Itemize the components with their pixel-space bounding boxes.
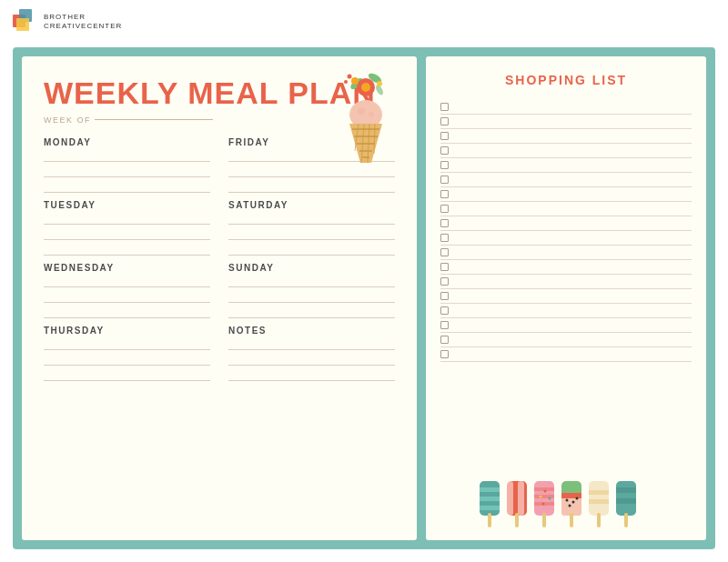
saturday-label: SATURDAY bbox=[228, 200, 395, 210]
notes-section: NOTES bbox=[228, 326, 395, 381]
svg-point-8 bbox=[351, 77, 359, 85]
list-item bbox=[440, 187, 692, 202]
list-item bbox=[440, 144, 692, 158]
logo: BROTHER CREATIVECENTER bbox=[13, 9, 122, 35]
list-item bbox=[440, 216, 692, 231]
checkbox[interactable] bbox=[440, 190, 449, 198]
brand-label: BROTHER bbox=[44, 13, 122, 22]
svg-rect-54 bbox=[624, 513, 628, 527]
svg-point-42 bbox=[566, 499, 569, 502]
day-sunday: SUNDAY bbox=[228, 263, 395, 318]
shopping-panel: SHOPPING LIST bbox=[426, 56, 706, 540]
svg-rect-36 bbox=[534, 495, 554, 498]
right-days: FRIDAY SATURDAY SUNDAY bbox=[228, 137, 395, 388]
list-item bbox=[440, 246, 692, 260]
list-item bbox=[440, 158, 692, 173]
svg-rect-29 bbox=[488, 513, 491, 527]
svg-point-55 bbox=[544, 490, 547, 493]
sunday-label: SUNDAY bbox=[228, 263, 395, 273]
svg-point-43 bbox=[572, 501, 575, 504]
svg-point-58 bbox=[542, 503, 545, 506]
svg-rect-47 bbox=[589, 481, 609, 516]
shopping-items-list bbox=[440, 100, 692, 477]
day-wednesday: WEDNESDAY bbox=[44, 263, 210, 318]
list-item bbox=[440, 202, 692, 216]
notes-label: NOTES bbox=[228, 326, 395, 336]
checkbox[interactable] bbox=[440, 277, 449, 286]
svg-rect-38 bbox=[542, 513, 546, 527]
checkbox[interactable] bbox=[440, 263, 449, 271]
svg-rect-41 bbox=[561, 493, 581, 498]
shopping-title: SHOPPING LIST bbox=[440, 73, 692, 87]
thursday-label: THURSDAY bbox=[44, 326, 210, 336]
svg-rect-33 bbox=[515, 513, 519, 527]
checkbox[interactable] bbox=[440, 176, 449, 184]
svg-point-56 bbox=[540, 496, 542, 498]
list-item bbox=[440, 231, 692, 246]
monday-lines bbox=[44, 153, 210, 193]
svg-point-57 bbox=[549, 497, 551, 500]
week-of-line bbox=[95, 119, 213, 120]
brother-logo-icon bbox=[13, 9, 38, 35]
checkbox[interactable] bbox=[440, 132, 449, 140]
list-item bbox=[440, 347, 692, 362]
monday-label: MONDAY bbox=[44, 137, 210, 147]
svg-rect-46 bbox=[570, 513, 573, 527]
svg-rect-52 bbox=[616, 487, 636, 493]
left-days: MONDAY TUESDAY WEDNESD bbox=[44, 137, 210, 388]
svg-rect-2 bbox=[16, 18, 29, 31]
svg-rect-26 bbox=[480, 487, 500, 492]
notes-lines bbox=[228, 341, 395, 381]
svg-rect-48 bbox=[589, 490, 609, 495]
list-item bbox=[440, 318, 692, 333]
checkbox[interactable] bbox=[440, 248, 449, 256]
list-item bbox=[440, 304, 692, 318]
svg-point-7 bbox=[361, 83, 370, 92]
list-item bbox=[440, 129, 692, 144]
svg-rect-50 bbox=[597, 513, 601, 527]
checkbox[interactable] bbox=[440, 117, 449, 125]
thursday-lines bbox=[44, 341, 210, 381]
wednesday-label: WEDNESDAY bbox=[44, 263, 210, 273]
svg-point-13 bbox=[358, 107, 365, 115]
list-item bbox=[440, 333, 692, 347]
svg-point-14 bbox=[369, 112, 374, 117]
sunday-lines bbox=[228, 278, 395, 318]
outer-border: WEEKLY MEAL PLAN WEEK OF MONDAY TUESDAY bbox=[13, 47, 715, 549]
svg-rect-32 bbox=[518, 481, 524, 516]
list-item bbox=[440, 100, 692, 115]
checkbox[interactable] bbox=[440, 306, 449, 315]
checkbox[interactable] bbox=[440, 161, 449, 169]
checkbox[interactable] bbox=[440, 292, 449, 300]
svg-rect-49 bbox=[589, 499, 609, 504]
checkbox[interactable] bbox=[440, 321, 449, 329]
saturday-lines bbox=[228, 216, 395, 256]
svg-point-9 bbox=[377, 81, 382, 86]
svg-rect-28 bbox=[480, 506, 500, 510]
tuesday-label: TUESDAY bbox=[44, 200, 210, 210]
day-saturday: SATURDAY bbox=[228, 200, 395, 256]
icecream-illustration bbox=[329, 67, 402, 158]
list-item bbox=[440, 115, 692, 129]
brand-subtitle: CREATIVECENTER bbox=[44, 22, 122, 31]
list-item bbox=[440, 173, 692, 187]
svg-rect-27 bbox=[480, 497, 500, 501]
brand-name: BROTHER CREATIVECENTER bbox=[44, 13, 122, 32]
day-thursday: THURSDAY bbox=[44, 326, 210, 381]
checkbox[interactable] bbox=[440, 234, 449, 242]
list-item bbox=[440, 275, 692, 289]
tuesday-lines bbox=[44, 216, 210, 256]
checkbox[interactable] bbox=[440, 336, 449, 344]
days-grid: MONDAY TUESDAY WEDNESD bbox=[44, 137, 395, 388]
day-monday: MONDAY bbox=[44, 137, 210, 193]
meal-plan-panel: WEEKLY MEAL PLAN WEEK OF MONDAY TUESDAY bbox=[22, 56, 417, 540]
checkbox[interactable] bbox=[440, 205, 449, 213]
checkbox[interactable] bbox=[440, 350, 449, 358]
wednesday-lines bbox=[44, 278, 210, 318]
checkbox[interactable] bbox=[440, 219, 449, 227]
svg-point-44 bbox=[569, 505, 571, 507]
checkbox[interactable] bbox=[440, 146, 449, 155]
svg-point-10 bbox=[348, 75, 352, 79]
checkbox[interactable] bbox=[440, 103, 449, 111]
svg-rect-31 bbox=[507, 481, 513, 516]
